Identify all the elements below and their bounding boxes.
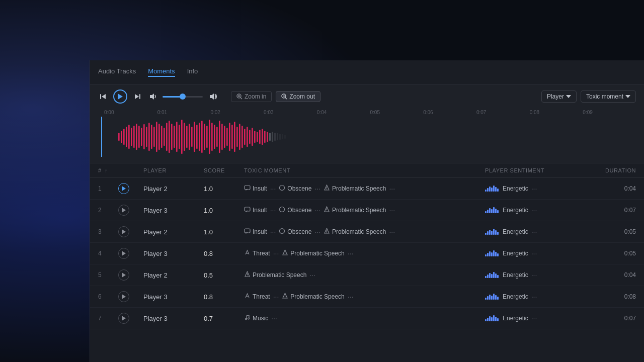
volume-icon [147,92,157,102]
tag-dots[interactable]: ··· [270,206,276,214]
tag-threat: Threat ··· [244,293,279,301]
tabs-bar: Audio Tracks Moments Info [90,60,644,84]
svg-rect-27 [146,127,147,147]
play-button[interactable] [113,89,127,104]
col-num: # ↑ [98,167,118,173]
row-sentiment: Energetic ··· [485,228,586,236]
player-dropdown[interactable]: Player [541,90,577,103]
svg-marker-90 [122,208,126,213]
sentiment-label: Energetic [503,293,528,300]
tag-dots[interactable]: ··· [270,185,276,193]
tag-problematic-speech: Problematic Speech ··· [324,228,395,236]
row-play-button[interactable] [118,291,129,302]
row-play-button[interactable] [118,183,129,194]
svg-rect-17 [121,131,122,143]
tag-problematic-speech: Problematic Speech ··· [244,271,315,279]
svg-rect-63 [236,127,238,147]
sentiment-dots[interactable]: ··· [531,228,537,236]
bar [497,253,499,256]
waveform-container[interactable]: 0:00 0:01 0:02 0:03 0:04 0:05 0:06 0:07 … [98,108,636,158]
row-duration: 0:05 [586,250,636,257]
svg-rect-54 [214,125,215,149]
row-duration: 0:05 [586,228,636,235]
svg-rect-43 [186,126,188,148]
row-play-button[interactable] [118,269,129,281]
tag-label: Insult [253,207,267,214]
bar [485,211,487,213]
svg-marker-6 [210,94,214,100]
tag-dots[interactable]: ··· [271,314,277,322]
timeline-mark: 0:06 [423,110,476,115]
svg-line-12 [285,98,287,99]
tag-dots[interactable]: ··· [314,228,320,236]
tag-dots[interactable]: ··· [314,185,320,193]
sentiment-dots[interactable]: ··· [531,293,537,301]
sort-icon: ↑ [105,168,108,173]
tag-dots[interactable]: ··· [389,228,395,236]
sentiment-dots[interactable]: ··· [531,185,537,193]
timeline-mark: 0:08 [530,110,583,115]
tag-dots[interactable]: ··· [273,293,279,301]
sentiment-dots[interactable]: ··· [531,314,537,322]
tag-label: Music [253,315,268,322]
tag-icon [244,206,251,214]
svg-text:!: ! [282,187,283,190]
svg-rect-3 [139,94,140,99]
sentiment-dots[interactable]: ··· [531,206,537,214]
skip-forward-button[interactable] [132,92,142,102]
svg-point-103 [327,232,327,233]
tab-audio-tracks[interactable]: Audio Tracks [98,67,136,77]
tag-icon: ! [279,206,285,214]
row-play-button[interactable] [118,248,129,259]
tag-dots[interactable]: ··· [273,249,279,257]
row-sentiment: Energetic ··· [485,206,586,214]
sentiment-dots[interactable]: ··· [531,271,537,279]
zoom-in-button[interactable]: Zoom in [231,91,272,102]
tag-dots[interactable]: ··· [270,228,276,236]
row-number: 5 [98,272,118,279]
row-play-button[interactable] [118,313,129,324]
skip-back-button[interactable] [98,92,108,102]
tag-dots[interactable]: ··· [314,206,320,214]
bar [489,187,491,192]
row-sentiment: Energetic ··· [485,293,586,301]
row-play-button[interactable] [118,205,129,216]
table-row: 7 Player 3 0.7 Music ··· Energetic ··· 0… [90,308,644,329]
tab-info[interactable]: Info [187,67,198,77]
tag-dots[interactable]: ··· [309,271,315,279]
bar [491,296,493,300]
tag-dots[interactable]: ··· [348,293,354,301]
bar [495,317,497,321]
row-player: Player 3 [143,250,204,257]
bar [491,231,493,235]
timeline-mark: 0:02 [210,110,264,115]
tag-problematic-speech: Problematic Speech ··· [282,249,353,257]
row-toxic-moments: Music ··· [244,314,485,322]
row-score: 0.8 [204,293,244,301]
svg-rect-74 [264,131,266,143]
svg-marker-83 [122,186,126,191]
svg-point-117 [285,297,285,298]
svg-rect-52 [209,120,210,154]
tag-icon [244,249,251,257]
svg-rect-57 [221,124,223,150]
volume-slider[interactable] [163,96,203,98]
row-play-button[interactable] [118,226,129,237]
svg-marker-5 [150,94,154,100]
svg-point-89 [327,189,327,190]
bar [487,318,489,321]
bar [497,275,499,278]
row-player: Player 3 [143,207,204,214]
tag-label: Insult [253,185,267,192]
svg-rect-82 [284,135,286,139]
zoom-out-button[interactable]: Zoom out [276,91,320,102]
toxic-moment-dropdown[interactable]: Toxic moment [581,90,636,103]
tag-dots[interactable]: ··· [389,206,395,214]
zoom-out-label: Zoom out [289,93,315,100]
tag-dots[interactable]: ··· [389,185,395,193]
volume-max-icon [208,92,218,102]
tag-dots[interactable]: ··· [348,249,354,257]
waveform-area[interactable] [98,117,636,157]
tab-moments[interactable]: Moments [148,67,175,77]
sentiment-dots[interactable]: ··· [531,249,537,257]
